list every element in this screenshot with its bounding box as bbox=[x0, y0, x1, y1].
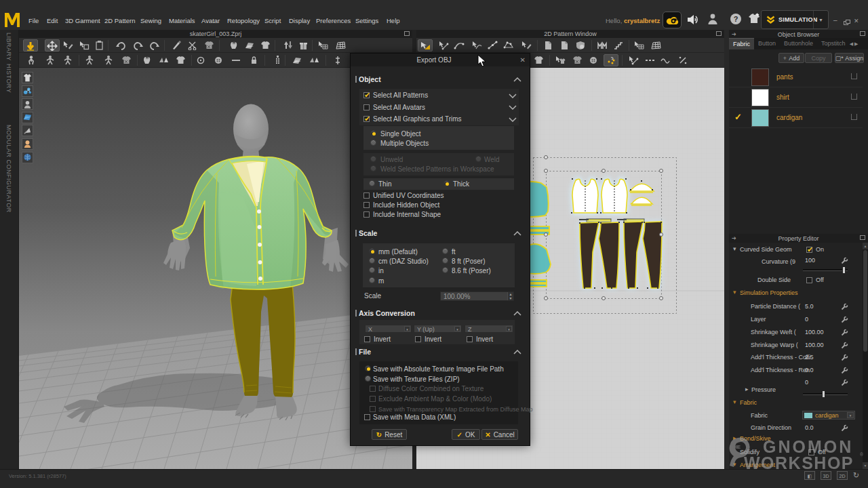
svg-text:WORKSHOP: WORKSHOP bbox=[744, 453, 854, 472]
svg-text:THE: THE bbox=[730, 444, 741, 450]
svg-text:®: ® bbox=[860, 452, 864, 457]
